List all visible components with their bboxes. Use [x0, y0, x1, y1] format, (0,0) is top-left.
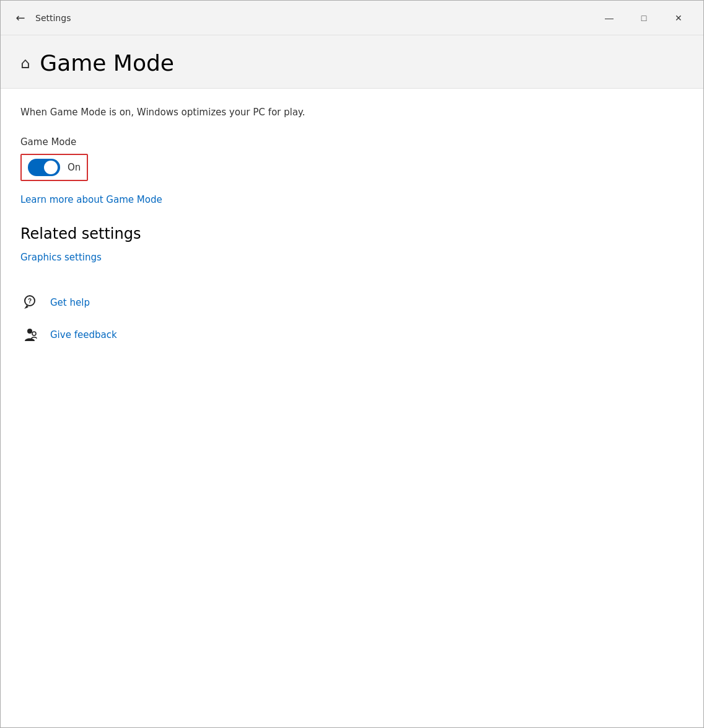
toggle-highlight-box: On [20, 154, 88, 181]
main-content: When Game Mode is on, Windows optimizes … [1, 89, 703, 375]
give-feedback-label[interactable]: Give feedback [50, 329, 117, 340]
home-icon: ⌂ [20, 56, 30, 71]
back-button[interactable]: ← [8, 6, 33, 30]
titlebar: ← Settings — □ ✕ [1, 1, 703, 35]
close-button[interactable]: ✕ [661, 1, 696, 35]
related-settings-section: Related settings Graphics settings [20, 225, 684, 263]
page-title: Game Mode [40, 50, 174, 76]
help-section: ? Get help [20, 293, 684, 345]
related-settings-title: Related settings [20, 225, 684, 242]
page-header: ⌂ Game Mode [1, 35, 703, 89]
svg-point-3 [32, 332, 36, 335]
toggle-state-label: On [68, 162, 81, 173]
maximize-button[interactable]: □ [627, 1, 661, 35]
get-help-icon: ? [20, 293, 40, 313]
get-help-label[interactable]: Get help [50, 297, 90, 308]
svg-text:?: ? [28, 298, 32, 304]
graphics-settings-link[interactable]: Graphics settings [20, 252, 102, 263]
feedback-icon [20, 325, 40, 345]
content-area: ⌂ Game Mode When Game Mode is on, Window… [1, 35, 703, 727]
toggle-knob [44, 161, 58, 174]
description-text: When Game Mode is on, Windows optimizes … [20, 106, 684, 119]
minimize-button[interactable]: — [592, 1, 627, 35]
window-controls: — □ ✕ [592, 1, 696, 35]
get-help-item[interactable]: ? Get help [20, 293, 684, 313]
game-mode-toggle[interactable] [28, 159, 60, 176]
settings-window: ← Settings — □ ✕ ⌂ Game Mode When Game M… [0, 0, 704, 728]
give-feedback-item[interactable]: Give feedback [20, 325, 684, 345]
learn-more-link[interactable]: Learn more about Game Mode [20, 194, 162, 205]
window-title: Settings [35, 13, 592, 23]
game-mode-label: Game Mode [20, 136, 684, 148]
svg-point-2 [27, 329, 32, 334]
